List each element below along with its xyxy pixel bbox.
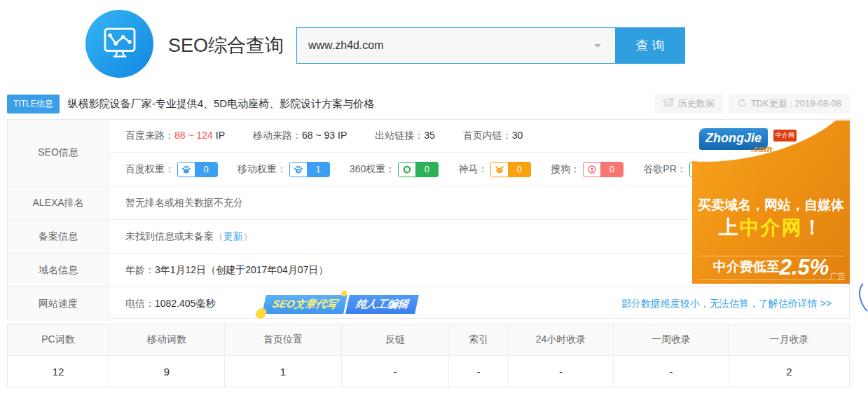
mobile-traffic: 移动来路：68 ~ 93 IP <box>253 130 347 142</box>
yellow-dot <box>255 308 268 319</box>
monitor-chart-icon <box>100 23 139 65</box>
keywords-header-row: PC词数 移动词数 首页位置 反链 索引 24小时收录 一周收录 一月收录 <box>8 324 849 356</box>
row-label-beian: 备案信息 <box>8 220 109 253</box>
telecom-speed-value: 1082.405毫秒 <box>155 298 215 310</box>
ad-divider <box>698 280 844 280</box>
row-label-domain: 域名信息 <box>8 254 109 287</box>
sogou-weight-badge[interactable]: S 0 <box>583 162 624 177</box>
cursor-artifact <box>857 282 868 316</box>
row-label-speed: 网站速度 <box>8 287 109 321</box>
refresh-icon <box>737 98 747 110</box>
shenma-icon <box>491 163 508 177</box>
mobile-weight: 移动权重： M 1 <box>237 162 330 177</box>
shenma-weight-badge[interactable]: 0 <box>490 162 531 177</box>
domain-created-date: （创建于2017年04月07日） <box>206 264 328 277</box>
layers-icon <box>663 97 674 110</box>
kw-header-pc-words: PC词数 <box>8 324 109 355</box>
baidu-mobile-paw-icon: M <box>290 163 307 177</box>
kw-value-month-collect[interactable]: 2 <box>729 356 849 387</box>
360-ring-icon <box>399 163 415 177</box>
zhongjie-ad-banner[interactable]: ZhongJie .com 中介网 买卖域名，网站，自媒体 上中介网！ 中介费低… <box>692 120 850 284</box>
beian-status: 未找到信息或未备案 <box>125 230 214 243</box>
sogou-icon: S <box>584 163 600 177</box>
shenma-weight: 神马： 0 <box>458 162 531 177</box>
page-title: SEO综合查询 <box>168 33 284 58</box>
domain-age-value: 3年1月12日 <box>155 264 206 277</box>
kw-header-backlinks: 反链 <box>342 324 449 355</box>
ad-headline: 买卖域名，网站，自媒体 <box>692 196 850 214</box>
baidu-paw-icon <box>178 163 195 177</box>
keywords-table: PC词数 移动词数 首页位置 反链 索引 24小时收录 一周收录 一月收录 12… <box>7 324 850 387</box>
ad-slogan: 上中介网！ <box>692 214 850 241</box>
seo-article-promo-banner[interactable]: SEO文章代写 纯人工编辑 <box>263 295 419 314</box>
kw-value-week-collect[interactable]: - <box>614 356 729 387</box>
zhongjie-logo: ZhongJie .com 中介网 <box>699 128 768 150</box>
search-bar: 查 询 <box>296 27 685 64</box>
kw-value-backlinks[interactable]: - <box>342 356 449 387</box>
estimate-detail-link[interactable]: 部分数据维度较小，无法估算，了解估价详情 >> <box>621 298 832 310</box>
baidu-traffic: 百度来路：88 ~ 124 IP <box>125 130 225 142</box>
site-title-text: 纵横影院设备厂家-专业提供4、5D电动座椅、影院设计方案与价格 <box>68 97 375 111</box>
tdk-update-button[interactable]: TDK更新 : 2019-08-08 <box>729 94 850 113</box>
row-label-alexa: ALEXA排名 <box>8 186 109 219</box>
telecom-speed-label: 电信： <box>125 298 155 310</box>
speed-row: 网站速度 电信： 1082.405毫秒 SEO文章代写 纯人工编辑 部分数据维度… <box>8 287 849 321</box>
kw-header-month-collect: 一月收录 <box>729 324 849 355</box>
keywords-value-row: 12 9 1 - - - - 2 <box>8 356 849 387</box>
kw-header-home-position: 首页位置 <box>225 324 342 355</box>
baidu-weight: 百度权重： 0 <box>125 162 218 177</box>
kw-value-index[interactable]: - <box>449 356 509 387</box>
homepage-internal-links: 首页内链：30 <box>463 130 523 142</box>
kw-value-mobile-words[interactable]: 9 <box>109 356 225 387</box>
kw-header-mobile-words: 移动词数 <box>109 324 225 355</box>
360-weight-badge[interactable]: 0 <box>398 162 439 177</box>
domain-age-label: 年龄： <box>125 264 155 277</box>
kw-value-home-position[interactable]: 1 <box>225 356 342 387</box>
kw-header-week-collect: 一周收录 <box>614 324 729 355</box>
360-weight: 360权重： 0 <box>350 162 439 177</box>
ad-tag: 广告 <box>829 270 846 282</box>
svg-text:S: S <box>591 167 594 172</box>
outbound-links: 出站链接：35 <box>375 130 435 142</box>
query-button[interactable]: 查 询 <box>615 27 685 64</box>
title-info-badge: TITLE信息 <box>7 95 60 113</box>
chevron-down-icon[interactable] <box>594 44 601 51</box>
app-logo <box>85 10 153 78</box>
kw-value-24h-collect[interactable]: - <box>509 356 614 387</box>
search-input[interactable] <box>296 27 615 64</box>
kw-header-index: 索引 <box>449 324 509 355</box>
baidu-weight-badge[interactable]: 0 <box>177 162 218 177</box>
history-data-button[interactable]: 历史数据 <box>654 94 723 113</box>
svg-text:M: M <box>297 170 299 172</box>
beian-update-link[interactable]: 更新 <box>223 230 243 243</box>
mobile-weight-badge[interactable]: M 1 <box>289 162 330 177</box>
sogou-weight: 搜狗： S 0 <box>551 162 624 177</box>
kw-value-pc-words[interactable]: 12 <box>8 356 109 387</box>
row-label-seo: SEO信息 <box>8 120 109 186</box>
kw-header-24h-collect: 24小时收录 <box>509 324 614 355</box>
ad-fee-line: 中介费低至 2.5% <box>692 256 850 278</box>
title-bar: TITLE信息 纵横影院设备厂家-专业提供4、5D电动座椅、影院设计方案与价格 … <box>7 94 850 113</box>
